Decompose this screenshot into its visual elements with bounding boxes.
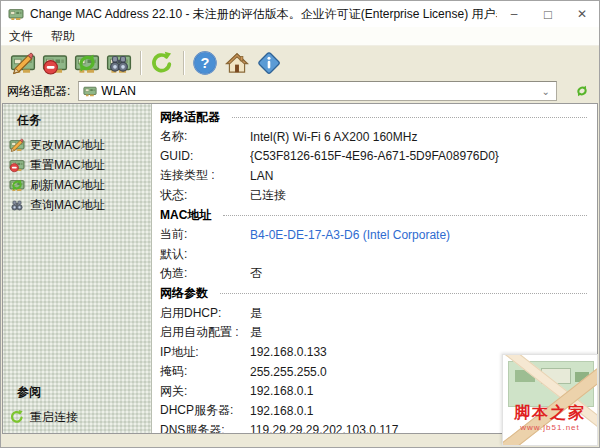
home-icon <box>224 50 250 76</box>
watermark-url: www.jb51.net <box>503 423 597 432</box>
info-row: 当前: B4-0E-DE-17-A3-D6 (Intel Corporate) <box>160 225 591 245</box>
change-mac-button[interactable] <box>7 48 39 78</box>
adapter-refresh-button[interactable] <box>571 80 593 102</box>
info-row: 名称: Intel(R) Wi-Fi 6 AX200 160MHz <box>160 127 591 147</box>
info-row: 状态: 已连接 <box>160 186 591 206</box>
section-heading-mac: MAC地址 <box>160 205 591 225</box>
card-reset-icon <box>9 157 25 173</box>
window-title: Change MAC Address 22.10 - 未注册的评估版本。企业许可… <box>30 6 497 23</box>
heading-divider <box>223 215 587 216</box>
toolbar <box>1 46 599 79</box>
section-heading-network: 网络参数 <box>160 284 591 304</box>
find-mac-button[interactable] <box>103 48 135 78</box>
app-icon <box>8 6 24 22</box>
sidebar-item-label: 重置MAC地址 <box>30 157 105 174</box>
sidebar-item-label: 重启连接 <box>30 409 78 426</box>
find-mac-icon <box>106 50 132 76</box>
info-row: 连接类型 : LAN <box>160 166 591 186</box>
info-row: 伪造: 否 <box>160 264 591 284</box>
sidebar: 任务 更改MAC地址 重置MAC地址 刷新MAC地址 查询MAC地址 参阅 <box>3 104 152 433</box>
info-row: 启用DHCP: 是 <box>160 304 591 324</box>
reload-adapters-button[interactable] <box>146 48 178 78</box>
card-edit-icon <box>9 137 25 153</box>
adapter-name-value: Intel(R) Wi-Fi 6 AX200 160MHz <box>250 130 591 144</box>
sidebar-item-refresh-mac[interactable]: 刷新MAC地址 <box>3 175 151 195</box>
see-also-heading: 参阅 <box>17 384 151 401</box>
see-also-section: 参阅 重启连接 <box>3 384 151 427</box>
info-row: 启用自动配置 : 是 <box>160 323 591 343</box>
maximize-button[interactable]: □ <box>531 1 565 27</box>
info-row: GUID: {C53F8126-615F-4E96-A671-5D9FA0897… <box>160 147 591 167</box>
adapter-label: 网络适配器: <box>7 83 70 100</box>
toolbar-separator <box>140 51 141 75</box>
heading-divider <box>220 293 587 294</box>
sidebar-item-label: 刷新MAC地址 <box>30 177 105 194</box>
refresh-mac-button[interactable] <box>71 48 103 78</box>
chevron-down-icon[interactable]: ⌄ <box>542 86 552 97</box>
refresh-mac-icon <box>74 50 100 76</box>
help-icon <box>192 50 218 76</box>
about-button[interactable] <box>253 48 285 78</box>
home-button[interactable] <box>221 48 253 78</box>
menubar: 文件 帮助 <box>1 27 599 46</box>
app-window: Change MAC Address 22.10 - 未注册的评估版本。企业许可… <box>0 0 600 448</box>
sidebar-item-restart-connection[interactable]: 重启连接 <box>3 407 151 427</box>
sidebar-item-change-mac[interactable]: 更改MAC地址 <box>3 135 151 155</box>
heading-divider <box>232 117 587 118</box>
about-icon <box>256 50 282 76</box>
sidebar-item-query-mac[interactable]: 查询MAC地址 <box>3 195 151 215</box>
restart-icon <box>9 409 25 425</box>
info-row: 默认: <box>160 245 591 265</box>
toolbar-separator <box>183 51 184 75</box>
card-refresh-icon <box>9 177 25 193</box>
status-value: 已连接 <box>250 187 591 204</box>
sidebar-item-label: 更改MAC地址 <box>30 137 105 154</box>
spoofed-value: 否 <box>250 265 591 282</box>
adapter-refresh-icon <box>574 83 590 99</box>
sidebar-item-reset-mac[interactable]: 重置MAC地址 <box>3 155 151 175</box>
menu-file[interactable]: 文件 <box>9 28 33 45</box>
adapter-selected-value: WLAN <box>101 84 541 98</box>
section-heading-adapter: 网络适配器 <box>160 107 591 127</box>
help-button[interactable] <box>189 48 221 78</box>
watermark-title: 脚本之家 <box>503 403 597 424</box>
watermark-badge: 脚本之家 www.jb51.net <box>502 354 598 446</box>
adapter-select[interactable]: WLAN ⌄ <box>78 81 557 101</box>
window-controls: – □ ✕ <box>497 1 599 27</box>
change-mac-icon <box>10 50 36 76</box>
close-button[interactable]: ✕ <box>565 1 599 27</box>
titlebar: Change MAC Address 22.10 - 未注册的评估版本。企业许可… <box>1 1 599 27</box>
adapter-bar: 网络适配器: WLAN ⌄ <box>1 79 599 103</box>
minimize-button[interactable]: – <box>497 1 531 27</box>
adapter-guid-value: {C53F8126-615F-4E96-A671-5D9FA08976D0} <box>250 149 591 163</box>
reset-mac-icon <box>42 50 68 76</box>
autoconfig-enabled-value: 是 <box>250 324 591 341</box>
tasks-heading: 任务 <box>17 112 151 129</box>
connection-type-value: LAN <box>250 169 591 183</box>
current-mac-link[interactable]: B4-0E-DE-17-A3-D6 (Intel Corporate) <box>250 228 591 242</box>
dhcp-enabled-value: 是 <box>250 305 591 322</box>
sidebar-item-label: 查询MAC地址 <box>30 197 105 214</box>
adapter-icon <box>83 84 97 98</box>
reload-adapters-icon <box>149 50 175 76</box>
binoculars-icon <box>9 197 25 213</box>
reset-mac-button[interactable] <box>39 48 71 78</box>
menu-help[interactable]: 帮助 <box>51 28 75 45</box>
